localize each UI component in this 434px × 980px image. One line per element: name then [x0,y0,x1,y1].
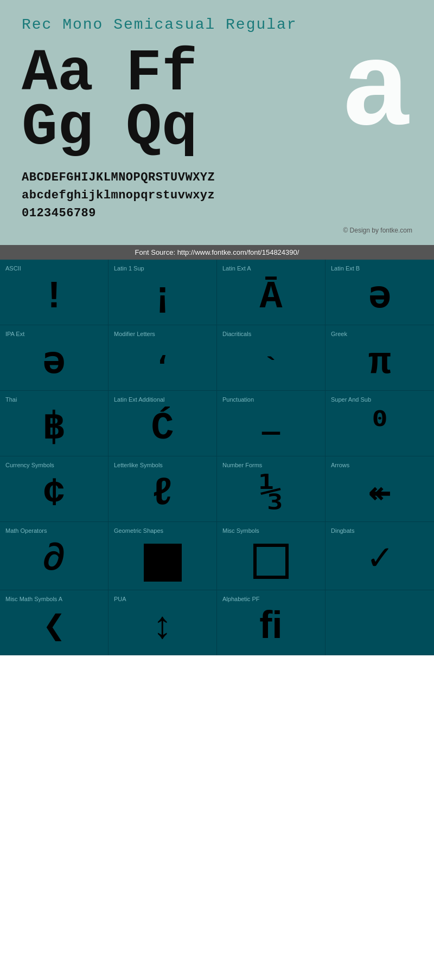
glyph-cell-modletters: Modifier Letters ʻ [108,325,217,390]
glyph-cell-diacriticals: Diacriticals ` [217,325,326,390]
label-dingbats: Dingbats [328,527,354,534]
label-thai: Thai [3,396,17,403]
alphabet-lower: abcdefghijklmnopqrstuvwxyz [22,186,412,204]
glyph-row-3: Thai ฿ Latin Ext Additional Ć Punctuatio… [0,391,434,456]
glyph-cell-numberforms: Number Forms ⅓ [217,456,326,521]
glyph-cell-latinextadd: Latin Ext Additional Ć [108,391,217,456]
glyph-cell-latinextb: Latin Ext B ə [326,260,434,325]
glyph-row-5: Math Operators ∂ Geometric Shapes Misc S… [0,522,434,590]
glyph-mathops: ∂ [42,541,65,579]
glyph-cell-arrows: Arrows ↞ [326,456,434,521]
alphabet-upper: ABCDEFGHIJKLMNOPQRSTUVWXYZ [22,169,412,186]
glyph-cell-letterlike: Letterlike Symbols ℓ [108,456,217,521]
label-superandsub: Super And Sub [328,396,371,403]
label-ipaext: IPA Ext [3,331,24,337]
glyph-row-6: Misc Math Symbols A ❮ PUA ↕ Alphabetic P… [0,590,434,655]
glyph-modletters: ʻ [154,355,170,382]
glyph-cell-ascii: ASCII ! [0,260,108,325]
glyph-grid: ASCII ! Latin 1 Sup ¡ Latin Ext A Ā Lati… [0,260,434,655]
glyph-currency: ¢ [42,475,65,513]
glyph-cell-punctuation: Punctuation — [217,391,326,456]
alphabet-section: ABCDEFGHIJKLMNOPQRSTUVWXYZ abcdefghijklm… [22,169,412,222]
glyph-cell-empty [326,590,434,655]
glyph-greek: π [368,344,391,382]
label-numberforms: Number Forms [220,462,262,468]
glyph-cell-thai: Thai ฿ [0,391,108,456]
label-mathops: Math Operators [3,527,47,534]
glyph-cell-greek: Greek π [326,325,434,390]
label-punctuation: Punctuation [220,396,254,403]
label-currency: Currency Symbols [3,462,54,468]
glyph-latinextb: ə [368,279,391,317]
glyph-large-a: a [341,33,412,152]
glyph-thai: ฿ [42,410,65,448]
glyph-cell-alphabeticpf: Alphabetic PF ﬁ [217,590,326,655]
glyph-letterlike: ℓ [151,475,174,513]
glyph-superandsub: ⁰ [368,410,391,448]
glyph-ascii: ! [42,279,65,317]
glyph-geoshapes [144,544,182,582]
glyph-numberforms: ⅓ [259,475,282,513]
glyph-cell-pua: PUA ↕ [108,590,217,655]
label-latinexta: Latin Ext A [220,265,251,272]
glyph-miscsymbols [253,544,289,579]
glyph-latinexta: Ā [259,279,282,317]
glyph-cell-miscmatha: Misc Math Symbols A ❮ [0,590,108,655]
glyph-latinextadd: Ć [151,410,174,448]
glyph-qq: Qq [126,98,197,158]
glyph-cell-ipaext: IPA Ext ə [0,325,108,390]
glyph-cell-dingbats: Dingbats ✓ [326,522,434,590]
label-latinextadd: Latin Ext Additional [111,396,165,403]
glyph-cell-geoshapes: Geometric Shapes [108,522,217,590]
glyph-diacriticals: ` [263,355,279,382]
glyph-punctuation: — [262,418,280,448]
glyph-arrows: ↞ [368,475,391,513]
label-pua: PUA [111,596,126,602]
copyright: © Design by fontke.com [22,227,412,234]
label-alphabeticpf: Alphabetic PF [220,596,259,602]
glyph-row-1: ASCII ! Latin 1 Sup ¡ Latin Ext A Ā Lati… [0,260,434,325]
glyph-cell-mathops: Math Operators ∂ [0,522,108,590]
glyph-cell-currency: Currency Symbols ¢ [0,456,108,521]
glyph-ipaext: ə [42,344,65,382]
font-source-bar: Font Source: http://www.fontke.com/font/… [0,245,434,260]
label-diacriticals: Diacriticals [220,331,251,337]
glyph-row-2: IPA Ext ə Modifier Letters ʻ Diacritical… [0,325,434,391]
label-modletters: Modifier Letters [111,331,155,337]
digits: 0123456789 [22,204,412,222]
glyph-dingbats: ✓ [368,541,391,579]
glyph-cell-miscsymbols: Misc Symbols [217,522,326,590]
glyph-cell-superandsub: Super And Sub ⁰ [326,391,434,456]
glyph-cell-latinexta: Latin Ext A Ā [217,260,326,325]
glyph-latin1sup: ¡ [151,279,174,317]
glyph-gg: Gg [22,98,93,158]
label-greek: Greek [328,331,347,337]
glyph-alphabeticpf: ﬁ [259,609,282,647]
label-latinextb: Latin Ext B [328,265,360,272]
label-arrows: Arrows [328,462,349,468]
glyph-cell-latin1sup: Latin 1 Sup ¡ [108,260,217,325]
label-geoshapes: Geometric Shapes [111,527,163,534]
label-miscmatha: Misc Math Symbols A [3,596,62,602]
label-letterlike: Letterlike Symbols [111,462,163,468]
glyph-miscmatha: ❮ [42,609,65,647]
glyph-pua: ↕ [151,609,174,647]
large-glyphs-container: Aa Gg Ff Qq a [22,44,412,163]
label-latin1sup: Latin 1 Sup [111,265,144,272]
glyph-row-4: Currency Symbols ¢ Letterlike Symbols ℓ … [0,456,434,522]
label-ascii: ASCII [3,265,21,272]
label-miscsymbols: Misc Symbols [220,527,259,534]
top-section: Rec Mono Semicasual Regular Aa Gg Ff Qq … [0,0,434,245]
